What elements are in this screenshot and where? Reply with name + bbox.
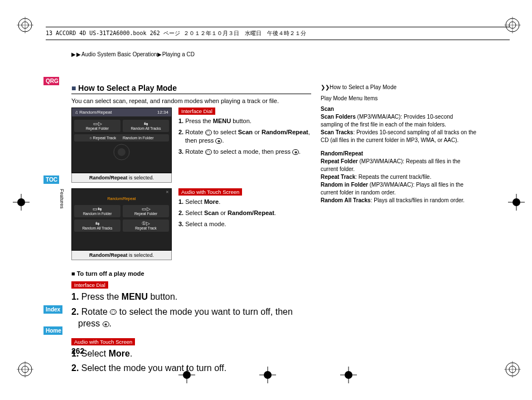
screenshot-1-title: ♫ Random/Repeat xyxy=(75,110,112,115)
ss1-cell: ⇆Random All Tracks xyxy=(123,120,169,132)
step: 2. Rotate ◯ to select the mode you want … xyxy=(71,306,311,330)
page-header: 13 ACCORD 4D US-31T2A6000.book 262 ページ ２… xyxy=(46,27,510,40)
scan-tracks-heading: Scan Tracks xyxy=(321,129,353,135)
ss2-cell: ▭▷Repeat Folder xyxy=(123,205,169,217)
badge-interface-dial: Interface Dial xyxy=(71,281,108,289)
triangle-right-icon: ▶ xyxy=(71,51,76,57)
right-column: ❯❯How to Select a Play Mode Play Mode Me… xyxy=(321,84,477,210)
random-repeat-block: Random/Repeat Repeat Folder (MP3/WMA/AAC… xyxy=(321,150,477,204)
random-all-tracks-heading: Random All Tracks xyxy=(321,197,371,203)
step: 2. Select the mode you want to turn off. xyxy=(71,362,311,374)
right-subtitle: Play Mode Menu Items xyxy=(321,95,477,103)
rotate-dial-icon: ◯ xyxy=(110,309,117,315)
ss2-cell: ①▷Repeat Track xyxy=(123,219,169,232)
register-mark-icon xyxy=(504,17,521,33)
touch-steps: Audio with Touch Screen 1. Select More. … xyxy=(178,188,311,260)
step: 1. Press the MENU button. xyxy=(71,291,311,303)
screenshot-1-wrap: ♫ Random/Repeat 12:34 ▭▷Repeat Folder ⇆R… xyxy=(71,108,172,183)
tab-index[interactable]: Index xyxy=(43,305,62,314)
push-icon: ◉ xyxy=(292,149,299,155)
dial-steps: Interface Dial 1. Press the MENU button.… xyxy=(178,108,311,183)
register-mark-icon xyxy=(17,361,33,378)
step: 2. Rotate ◯ to select Scan or Random/Rep… xyxy=(178,128,311,145)
triangle-right-icon: ▶ xyxy=(157,51,162,57)
crosshair-icon xyxy=(340,367,357,383)
push-icon: ◉ xyxy=(215,138,222,144)
turn-off-section: ■ To turn off a play mode Interface Dial… xyxy=(71,270,311,374)
register-mark-icon xyxy=(17,17,33,33)
ss2-cell: ⇆Random All Tracks xyxy=(74,219,120,232)
scan-block: Scan Scan Folders (MP3/WMA/AAC): Provide… xyxy=(321,105,477,144)
repeat-folder-heading: Repeat Folder xyxy=(321,158,358,164)
crosshair-icon xyxy=(13,194,30,211)
ss1-selected: ○ Repeat Track Random in Folder xyxy=(74,134,169,142)
badge-touch-screen: Audio with Touch Screen xyxy=(71,338,135,345)
double-arrow-icon: ❯❯ xyxy=(321,84,330,90)
tab-toc[interactable]: TOC xyxy=(43,175,59,184)
section-title-text: How to Select a Play Mode xyxy=(78,84,177,92)
scan-folders-heading: Scan Folders xyxy=(321,114,356,120)
breadcrumb: ▶▶Audio System Basic Operation▶Playing a… xyxy=(71,51,195,57)
square-bullet-icon: ■ xyxy=(71,84,76,92)
tab-home[interactable]: Home xyxy=(43,326,62,335)
square-bullet-icon: ■ xyxy=(71,270,75,277)
screenshot-1-caption: Random/Repeat is selected. xyxy=(71,173,172,183)
random-all-tracks-text: : Plays all tracks/files in random order… xyxy=(371,197,465,203)
svg-point-14 xyxy=(118,148,125,156)
breadcrumb-item: Audio System Basic Operation xyxy=(81,51,157,57)
screenshot-1-time: 12:34 xyxy=(157,110,168,115)
ss2-cell: ▭⇆Random in Folder xyxy=(74,205,120,217)
screenshot-2-caption: Random/Repeat is selected. xyxy=(71,251,172,260)
features-label: Features xyxy=(59,189,65,209)
rotate-dial-icon: ◯ xyxy=(205,130,212,135)
crosshair-icon xyxy=(508,194,525,211)
rotate-dial-icon: ◯ xyxy=(205,149,212,155)
triangle-right-icon: ▶ xyxy=(76,51,81,57)
step: 3. Select a mode. xyxy=(178,220,311,228)
main-column: ■ How to Select a Play Mode You can sele… xyxy=(71,84,311,377)
register-mark-icon xyxy=(504,361,521,378)
section-title: ■ How to Select a Play Mode xyxy=(71,84,311,94)
rr-heading: Random/Repeat xyxy=(321,150,363,157)
step: 1. Select More. xyxy=(178,198,311,206)
breadcrumb-item: Playing a CD xyxy=(162,51,195,57)
repeat-track-text: : Repeats the current track/file. xyxy=(355,174,431,180)
screenshot-2-wrap: ✕ Random/Repeat ▭⇆Random in Folder ▭▷Rep… xyxy=(71,188,172,260)
page-number: 262 xyxy=(71,347,84,355)
badge-touch-screen: Audio with Touch Screen xyxy=(178,188,242,196)
tab-qrg[interactable]: QRG xyxy=(43,77,59,85)
push-icon: ◉ xyxy=(103,321,109,327)
step: 3. Rotate ◯ to select a mode, then press… xyxy=(178,148,311,156)
step: 2. Select Scan or Random/Repeat. xyxy=(178,209,311,217)
sidebar: QRG TOC Features Index Home xyxy=(43,72,60,361)
step: 1. Press the MENU button. xyxy=(178,117,311,125)
dial-icon xyxy=(72,143,171,162)
ss1-cell: ▭▷Repeat Folder xyxy=(74,120,120,132)
random-in-folder-heading: Random in Folder xyxy=(321,182,368,188)
step: 1. Select More. xyxy=(71,348,311,360)
scan-heading: Scan xyxy=(321,106,334,112)
screenshot-1: ♫ Random/Repeat 12:34 ▭▷Repeat Folder ⇆R… xyxy=(71,108,172,173)
right-head: ❯❯How to Select a Play Mode xyxy=(321,84,477,91)
sub-title: ■ To turn off a play mode xyxy=(71,270,311,277)
intro-text: You can select scan, repeat, and random … xyxy=(71,97,311,104)
repeat-track-heading: Repeat Track xyxy=(321,174,355,180)
book-info: 13 ACCORD 4D US-31T2A6000.book 262 ページ ２… xyxy=(46,30,306,36)
badge-interface-dial: Interface Dial xyxy=(178,108,215,115)
screenshot-2: ✕ Random/Repeat ▭⇆Random in Folder ▭▷Rep… xyxy=(71,188,172,251)
